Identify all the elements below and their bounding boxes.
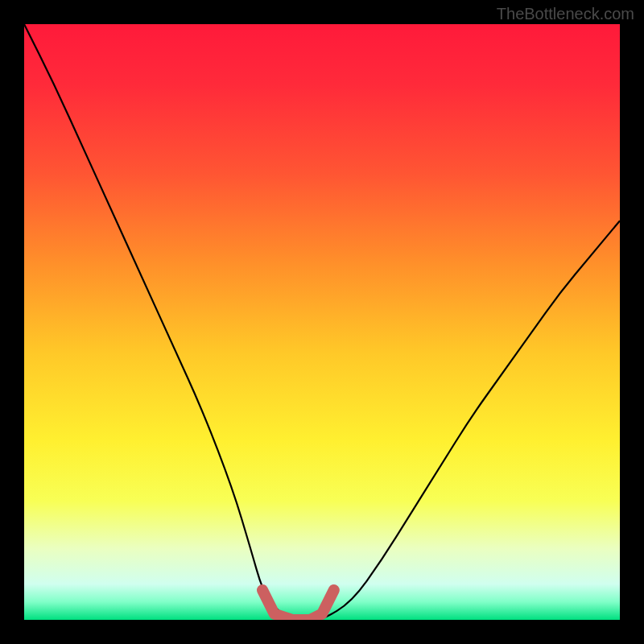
watermark-text: TheBottleneck.com <box>497 5 634 23</box>
optimal-zone-marker <box>262 590 334 620</box>
plot-area <box>24 24 620 620</box>
curve-layer <box>24 24 620 620</box>
chart-frame: TheBottleneck.com <box>0 0 644 644</box>
bottleneck-curve <box>24 24 620 620</box>
